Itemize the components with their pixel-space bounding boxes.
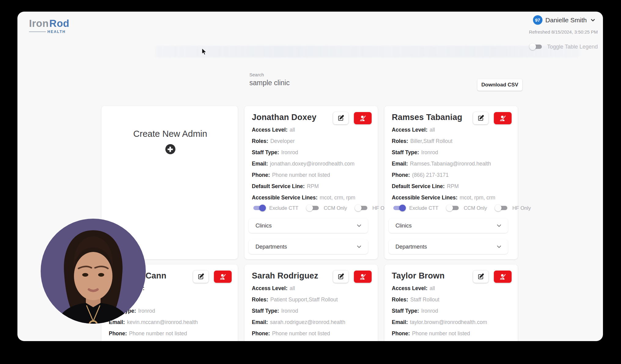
phone-row: Phone:(866) 217-3171 — [392, 169, 512, 181]
deactivate-user-button[interactable] — [494, 112, 512, 124]
admin-name: Jonathan Doxey — [252, 113, 316, 122]
ccm-only-toggle[interactable] — [306, 205, 320, 211]
edit-pencil-icon — [197, 273, 204, 280]
roles-row: Roles:Patient Support,Staff Rollout — [252, 294, 372, 305]
edit-pencil-icon — [337, 273, 344, 280]
user-slash-icon — [359, 115, 366, 122]
edit-pencil-icon — [477, 273, 484, 280]
deactivate-user-button[interactable] — [494, 271, 512, 283]
chevron-down-icon — [496, 243, 502, 250]
deactivate-user-button[interactable] — [354, 112, 372, 124]
exclude-ctt-toggle[interactable] — [252, 205, 266, 211]
edit-admin-button[interactable] — [473, 271, 488, 283]
roles-row: Roles:Biller,Staff Rollout — [392, 136, 512, 147]
chevron-down-icon — [496, 222, 502, 229]
roles-row: Roles:Staff Rollout — [392, 294, 512, 305]
departments-dropdown[interactable]: Departments — [249, 239, 368, 254]
screenshot-stage: Iron Rod HEALTH 97 Danielle Smith Refres… — [0, 0, 621, 364]
clinics-dropdown[interactable]: Clinics — [249, 218, 368, 233]
default-service-line-row: Default Service Line:RPM — [392, 181, 512, 192]
staff-type-row: Staff Type:Ironrod — [252, 147, 372, 158]
search-input[interactable] — [249, 79, 378, 87]
email-row: Email:taylor.brown@ironrodhealth.com — [392, 317, 512, 328]
user-name: Danielle Smith — [546, 16, 587, 24]
admin-name: Sarah Rodriguez — [252, 271, 318, 281]
staff-type-row: Staff Type:Ironrod — [392, 147, 512, 158]
search-field: Search — [249, 72, 381, 87]
toggle-thumb — [399, 205, 406, 211]
plus-icon[interactable] — [165, 144, 175, 154]
user-slash-icon — [499, 273, 506, 280]
chevron-down-icon — [356, 222, 362, 229]
edit-admin-button[interactable] — [333, 271, 348, 283]
phone-row: Phone:Phone number not listed — [109, 328, 232, 339]
access-level-row: Access Level:all — [252, 283, 372, 294]
toggle-thumb — [355, 205, 362, 211]
app-window: Iron Rod HEALTH 97 Danielle Smith Refres… — [17, 12, 603, 341]
clinics-dropdown[interactable]: Clinics — [389, 218, 508, 233]
admin-card-ramses-tabaniag: Ramses Tabaniag Access Level:all Roles:B… — [384, 106, 518, 259]
access-level-row: Access Level:all — [392, 283, 512, 294]
logo-rule — [29, 31, 46, 32]
logo-subtitle: HEALTH — [47, 30, 66, 34]
chevron-down-icon — [356, 243, 362, 250]
edit-pencil-icon — [337, 115, 344, 122]
hf-only-toggle[interactable] — [495, 205, 509, 211]
deactivate-user-button[interactable] — [214, 271, 232, 283]
toggle-thumb — [306, 205, 313, 211]
staff-type-row: Staff Type:Ironrod — [252, 305, 372, 317]
toggle-thumb — [259, 205, 266, 211]
edit-admin-button[interactable] — [333, 112, 348, 124]
notification-badge: 97 — [533, 15, 542, 25]
accessible-service-lines-row: Accessible Service Lines:mcot, rpm, crm — [392, 192, 512, 203]
departments-dropdown[interactable]: Departments — [389, 239, 508, 254]
ghost-legend-strip — [155, 46, 580, 57]
chevron-down-icon — [590, 17, 596, 23]
access-level-row: Access Level:all — [392, 124, 512, 136]
roles-row: Roles:Developer — [252, 136, 372, 147]
hf-only-toggle[interactable] — [355, 205, 369, 211]
search-label: Search — [249, 72, 381, 77]
admin-name: Taylor Brown — [392, 271, 445, 281]
deactivate-user-button[interactable] — [354, 271, 372, 283]
logo-text-iron: Iron — [29, 18, 49, 29]
phone-row: Phone:Phone number not listed — [252, 328, 372, 339]
service-line-toggles: Exclude CTT CCM Only HF Only — [252, 205, 372, 211]
edit-admin-button[interactable] — [473, 112, 488, 124]
download-csv-button[interactable]: Download CSV — [477, 79, 522, 91]
logo-subtitle-row: HEALTH — [29, 30, 66, 34]
logo-wordmark: Iron Rod — [29, 18, 66, 29]
user-slash-icon — [499, 115, 506, 122]
user-menu[interactable]: 97 Danielle Smith — [533, 15, 596, 25]
email-row: Email:kevin.mccann@ironrod.health — [109, 317, 232, 328]
staff-type-row: Staff Type:Ironrod — [392, 305, 512, 317]
create-admin-title: Create New Admin — [133, 129, 207, 139]
access-level-row: Access Level:all — [252, 124, 372, 136]
admin-card-jonathan-doxey: Jonathan Doxey Access Level:all Roles:De… — [244, 106, 378, 259]
accessible-service-lines-row: Accessible Service Lines:mcot, crm, rpm — [252, 192, 372, 203]
exclude-ctt-toggle[interactable] — [392, 205, 406, 211]
phone-row: Phone:Phone number not listed — [392, 328, 512, 339]
email-row: Email:sarah.rodriguez@ironrod.health — [252, 317, 372, 328]
admin-name: Ramses Tabaniag — [392, 113, 462, 122]
edit-pencil-icon — [477, 115, 484, 122]
phone-row: Phone:Phone number not listed — [252, 169, 372, 181]
email-row: Email:Ramses.Tabaniag@ironrod.health — [392, 158, 512, 169]
user-slash-icon — [359, 273, 366, 280]
logo-text-rod: Rod — [49, 18, 69, 29]
ccm-only-toggle[interactable] — [446, 205, 460, 211]
email-row: Email:jonathan.doxey@ironrodhealth.com — [252, 158, 372, 169]
refreshed-timestamp: Refreshed 8/15/2024, 3:50:25 PM — [529, 29, 598, 35]
edit-admin-button[interactable] — [193, 271, 208, 283]
toggle-thumb — [446, 205, 453, 211]
admin-card-sarah-rodriguez: Sarah Rodriguez Access Level:all Roles:P… — [244, 264, 378, 341]
toggle-thumb — [495, 205, 502, 211]
app-logo: Iron Rod HEALTH — [29, 18, 66, 34]
default-service-line-row: Default Service Line:RPM — [252, 181, 372, 192]
admin-card-taylor-brown: Taylor Brown Access Level:all Roles:Staf… — [384, 264, 518, 341]
webcam-avatar — [41, 219, 146, 324]
service-line-toggles: Exclude CTT CCM Only HF Only — [392, 205, 512, 211]
user-slash-icon — [219, 273, 226, 280]
